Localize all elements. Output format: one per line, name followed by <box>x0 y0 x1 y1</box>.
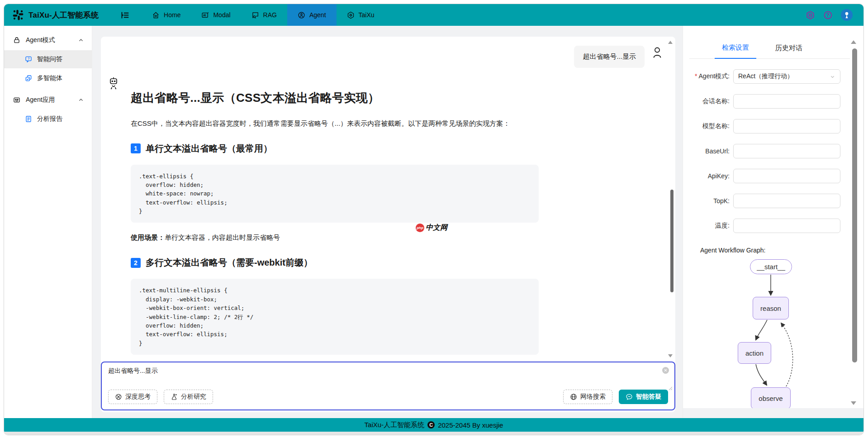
brand-title: TaiXu-人工智能系统 <box>28 10 99 20</box>
required-asterisk: * <box>695 72 697 80</box>
image-ai-icon: AI <box>201 11 209 19</box>
graph-node-reason: reason <box>753 297 789 319</box>
model-name-input[interactable] <box>733 119 840 133</box>
top-navbar: TaiXu-人工智能系统 Home <box>4 4 863 26</box>
chat-scroll-up-arrow[interactable] <box>668 41 673 44</box>
clear-input-icon[interactable]: ✕ <box>662 367 669 374</box>
graph-node-action: action <box>738 342 771 364</box>
group-label: Agent应用 <box>26 96 55 104</box>
graph-node-observe: observe <box>751 387 791 409</box>
home-icon <box>152 11 160 19</box>
field-label: 温度: <box>686 222 733 230</box>
field-label: *Agent模式: <box>686 72 733 81</box>
tab-history-dialog[interactable]: 历史对话 <box>768 44 810 58</box>
composer-textarea[interactable]: 超出省略号...显示 <box>102 362 674 390</box>
help-icon[interactable]: ? <box>823 10 833 20</box>
deep-think-button[interactable]: 深度思考 <box>108 390 157 404</box>
composer-toolbar: 深度思考 分析研究 <box>102 390 674 409</box>
web-search-button[interactable]: 网络搜索 <box>563 390 612 404</box>
section-1-number-badge: 1 <box>131 143 141 153</box>
usage-text: 单行文本容器，内容超出时显示省略号 <box>165 233 280 241</box>
panel-scroll-up-arrow[interactable] <box>851 40 856 44</box>
assistant-robot-icon <box>108 76 119 92</box>
form-row-apikey: ApiKey: <box>686 169 840 183</box>
app-window: TaiXu-人工智能系统 Home <box>4 4 864 435</box>
lock-icon <box>13 37 20 44</box>
deep-think-icon <box>115 393 122 400</box>
field-label: 模型名称: <box>686 122 733 130</box>
sidebar-item-label: 智能问答 <box>37 55 62 63</box>
chat-scrollbar-thumb[interactable] <box>670 190 674 292</box>
field-label: ApiKey: <box>686 172 733 180</box>
field-label: TopK: <box>686 197 733 205</box>
doc-title: 超出省略号...显示（CSS文本溢出省略号实现） <box>131 90 539 106</box>
stacked-check-icon <box>25 75 32 82</box>
group-label: Agent模式 <box>26 36 55 44</box>
chat-scroll-region: 超出省略号...显示 <box>101 37 675 412</box>
nav-label: RAG <box>263 11 277 19</box>
agent-person-icon <box>298 11 305 19</box>
section-title: 单行文本溢出省略号（最常用） <box>146 143 272 155</box>
tab-retrieval-settings[interactable]: 检索设置 <box>715 43 756 59</box>
baseurl-input[interactable] <box>733 144 840 158</box>
nav-item-taixu[interactable]: TaiXu <box>337 4 385 26</box>
nav-label: Home <box>164 11 180 19</box>
nav-label: Modal <box>213 11 230 19</box>
copyright-icon: C <box>427 421 435 428</box>
form-row-model-name: 模型名称: <box>686 119 840 133</box>
agent-mode-select[interactable]: ReAct（推理行动） <box>733 69 840 84</box>
section-1-heading: 1 单行文本溢出省略号（最常用） <box>131 143 539 155</box>
graph-node-start: __start__ <box>750 259 792 274</box>
resize-handle-icon[interactable] <box>668 384 673 392</box>
chat-question-icon: ? <box>25 56 32 63</box>
code-block-multi-line: .text-multiline-ellipsis { display: -web… <box>131 279 539 355</box>
temperature-input[interactable] <box>733 219 840 233</box>
user-avatar[interactable] <box>841 9 853 21</box>
nav-label: Agent <box>309 11 326 19</box>
chat-scroll-down-arrow[interactable] <box>668 354 673 357</box>
php-watermark: php 中文网 <box>416 223 447 233</box>
sidebar-item-label: 分析报告 <box>37 115 62 123</box>
php-logo-icon: php <box>416 224 424 232</box>
sidebar-item-smart-qa[interactable]: ? 智能问答 <box>4 50 92 68</box>
sidebar-group-agent-app[interactable]: Agent应用 <box>4 91 92 109</box>
app-card-icon <box>13 96 20 104</box>
button-label: 网络搜索 <box>580 393 606 401</box>
user-message-bubble: 超出省略号...显示 <box>574 46 645 68</box>
sidebar-item-analysis-report[interactable]: 分析报告 <box>4 110 92 128</box>
message-composer: 超出省略号...显示 ✕ <box>101 362 675 410</box>
topk-input[interactable] <box>733 194 840 208</box>
user-message-row: 超出省略号...显示 <box>574 46 663 68</box>
smart-answer-send-button[interactable]: 智能答疑 <box>619 390 668 404</box>
sidebar-group-agent-mode[interactable]: Agent模式 <box>4 31 92 49</box>
chevron-up-icon[interactable] <box>78 38 84 43</box>
usage-note-1: 使用场景：单行文本容器，内容超出时显示省略号 <box>131 233 539 242</box>
usage-label: 使用场景： <box>131 233 165 241</box>
nav-item-rag[interactable]: RAG <box>241 4 287 26</box>
nav-item-modal[interactable]: AI Modal <box>191 4 241 26</box>
sidebar-toggle-icon[interactable] <box>120 10 130 20</box>
app-logo-icon <box>12 9 24 21</box>
panel-scroll-down-arrow[interactable] <box>851 401 856 405</box>
field-label: BaseUrl: <box>686 148 733 155</box>
session-name-input[interactable] <box>733 94 840 109</box>
sidebar-item-label: 多智能体 <box>37 74 62 82</box>
footer-bar: TaiXu-人工智能系统 C 2025-2045 By xuesjie <box>4 418 863 432</box>
button-label: 智能答疑 <box>636 393 661 401</box>
apikey-input[interactable] <box>733 169 840 183</box>
footer-brand: TaiXu-人工智能系统 <box>365 421 425 429</box>
chat-bubble-icon <box>626 393 633 400</box>
nav-label: TaiXu <box>359 11 375 19</box>
settings-icon[interactable] <box>806 10 815 20</box>
form-row-session-name: 会话名称: <box>686 94 840 109</box>
section-2-heading: 2 多行文本溢出省略号（需要-webkit前缀） <box>131 257 539 269</box>
nav-item-agent[interactable]: Agent <box>287 4 337 26</box>
brand: TaiXu-人工智能系统 <box>4 9 99 21</box>
button-label: 深度思考 <box>125 393 151 401</box>
sidebar-item-multi-agent[interactable]: 多智能体 <box>4 69 92 87</box>
analyze-research-button[interactable]: 分析研究 <box>164 390 213 404</box>
chevron-up-icon[interactable] <box>78 97 84 103</box>
panel-scrollbar-thumb[interactable] <box>852 48 857 362</box>
nav-item-home[interactable]: Home <box>142 4 191 26</box>
user-icon <box>652 47 663 58</box>
